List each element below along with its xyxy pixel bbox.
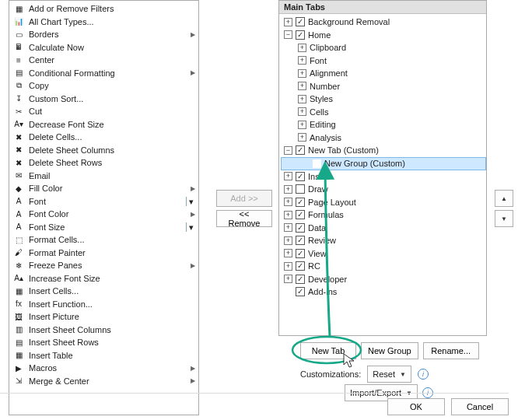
new-group-button[interactable]: New Group [361,342,418,359]
command-item[interactable]: AFont▾ [9,195,198,208]
tree-row[interactable]: +Styles [281,93,486,106]
collapse-icon[interactable]: − [284,146,292,155]
checkbox[interactable]: ✓ [296,249,305,258]
command-item[interactable]: ▥Insert Sheet Columns [9,324,198,337]
new-tab-button[interactable]: New Tab [300,342,356,359]
expand-icon[interactable]: + [298,82,306,90]
command-item[interactable]: ✖Delete Cells... [9,131,198,144]
command-item[interactable]: A▾Decrease Font Size [9,118,198,131]
checkbox[interactable]: ✓ [296,145,305,155]
remove-button[interactable]: << Remove [216,210,272,227]
checkbox[interactable]: ✓ [296,223,305,233]
tree-row[interactable]: +Clipboard [281,41,486,54]
command-item[interactable]: ⇲Merge & Center▶ [9,375,198,388]
ok-button[interactable]: OK [387,398,445,415]
expand-icon[interactable]: + [284,211,292,219]
command-item[interactable]: ▦Insert Table [9,349,198,362]
expand-icon[interactable]: + [298,69,306,78]
rename-button[interactable]: Rename... [423,342,479,359]
tree-row[interactable]: −✓Home [281,29,486,42]
command-icon: ↧ [12,93,25,104]
move-down-button[interactable]: ▼ [495,210,513,227]
checkbox[interactable]: ✓ [296,210,305,219]
main-tabs-tree[interactable]: Main Tabs +✓Background Removal−✓Home+Cli… [278,0,487,336]
checkbox[interactable]: ✓ [296,17,305,26]
tree-row[interactable]: +✓Formulas [281,208,486,222]
command-item[interactable]: ▭Borders▶ [9,28,198,41]
expand-icon[interactable]: + [298,44,306,52]
checkbox[interactable]: ✓ [296,30,305,40]
tree-row[interactable]: ✓Add-ins [281,285,486,299]
info-icon[interactable]: i [418,369,429,380]
tree-row[interactable]: +✓View [281,247,486,261]
expand-icon[interactable]: + [284,249,292,257]
checkbox[interactable]: ✓ [296,172,305,181]
tree-row[interactable]: +Analysis [281,131,486,145]
add-button[interactable]: Add >> [216,190,272,207]
expand-icon[interactable]: + [298,107,306,116]
command-item[interactable]: ✖Delete Sheet Columns [9,144,198,157]
command-item[interactable]: ✖Delete Sheet Rows [9,156,198,170]
tree-row[interactable]: New Group (Custom) [281,157,486,170]
expand-icon[interactable]: + [284,275,292,283]
tree-row[interactable]: +Draw [281,183,486,196]
tree-row[interactable]: −✓New Tab (Custom) [281,144,486,157]
checkbox[interactable]: ✓ [296,236,305,245]
expand-icon[interactable]: + [284,262,292,271]
tree-row[interactable]: +Number [281,80,486,93]
command-item[interactable]: ❄Freeze Panes▶ [9,259,198,272]
tree-row[interactable]: +✓Review [281,234,486,247]
tree-label: View [308,249,327,258]
command-item[interactable]: ⧉Copy [9,79,198,93]
tree-row[interactable]: +✓Developer [281,273,486,286]
command-item[interactable]: ≡Center [9,54,198,67]
checkbox[interactable]: ✓ [296,198,305,207]
tree-row[interactable]: +✓Insert [281,170,486,184]
expand-icon[interactable]: + [284,18,292,26]
expand-icon[interactable]: + [284,172,292,180]
tree-row[interactable]: +Editing [281,118,486,131]
command-item[interactable]: AFont Color▶ [9,208,198,221]
expand-icon[interactable]: + [298,95,306,103]
reset-dropdown[interactable]: Reset▼ [367,366,411,383]
command-item[interactable]: ▤Insert Sheet Rows [9,336,198,349]
tree-row[interactable]: +✓Page Layout [281,196,486,209]
tree-row[interactable]: +✓Background Removal [281,16,486,29]
command-item[interactable]: ▦Insert Cells... [9,285,198,298]
command-item[interactable]: ↧Custom Sort... [9,93,198,106]
checkbox[interactable]: ✓ [296,287,305,296]
command-item[interactable]: ⬚Format Cells... [9,233,198,247]
command-item[interactable]: A▴Increase Font Size [9,272,198,285]
command-item[interactable]: 🖼Insert Picture [9,310,198,324]
expand-icon[interactable]: + [284,223,292,232]
tree-row[interactable]: +Font [281,54,486,68]
move-up-button[interactable]: ▲ [495,190,513,207]
expand-icon[interactable]: + [298,133,306,142]
expand-icon[interactable]: + [284,198,292,206]
command-item[interactable]: ▶Macros▶ [9,362,198,375]
checkbox[interactable]: ✓ [296,275,305,284]
command-item[interactable]: AFont Size▾ [9,221,198,234]
command-item[interactable]: ✉Email [9,170,198,183]
expand-icon[interactable]: + [298,121,306,129]
command-item[interactable]: ▤Conditional Formatting▶ [9,67,198,80]
expand-icon[interactable]: + [284,185,292,194]
command-item[interactable]: fxInsert Function... [9,298,198,311]
command-item[interactable]: 🖩Calculate Now [9,41,198,54]
expand-icon[interactable]: + [298,56,306,65]
tree-row[interactable]: +Cells [281,106,486,119]
command-item[interactable]: 📊All Chart Types... [9,16,198,29]
command-item[interactable]: ▦Add or Remove Filters [9,2,198,16]
commands-listbox[interactable]: ▦Add or Remove Filters📊All Chart Types..… [9,0,199,415]
tree-row[interactable]: +✓Data [281,222,486,235]
command-item[interactable]: ◆Fill Color▶ [9,182,198,195]
checkbox[interactable] [296,184,305,194]
command-item[interactable]: 🖌Format Painter [9,247,198,260]
expand-icon[interactable]: + [284,236,292,245]
command-item[interactable]: ✂Cut [9,105,198,118]
collapse-icon[interactable]: − [284,30,292,39]
tree-row[interactable]: +✓RC [281,260,486,273]
checkbox[interactable]: ✓ [296,261,305,271]
tree-row[interactable]: +Alignment [281,67,486,80]
cancel-button[interactable]: Cancel [451,398,509,415]
